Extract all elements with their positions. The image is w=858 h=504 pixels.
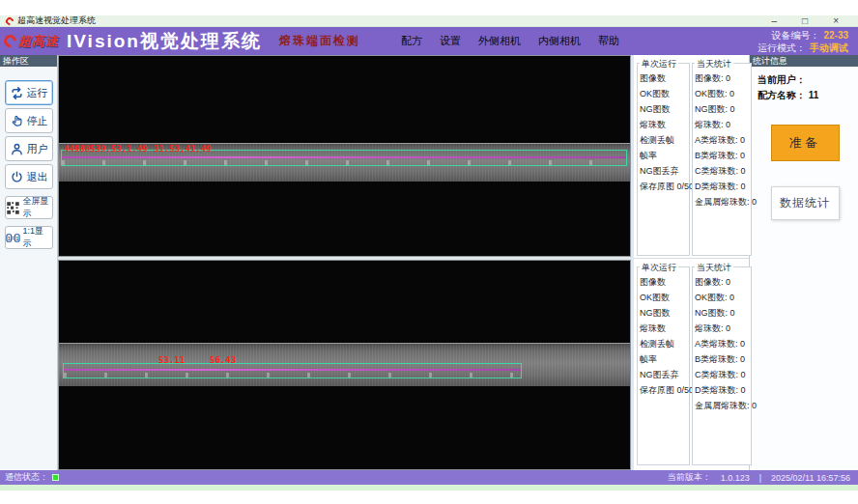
comm-status-label: 通信状态： [5, 471, 48, 484]
measurement-annotation: 53.11 [158, 356, 185, 365]
close-button[interactable]: × [833, 16, 839, 26]
stat-row: A类熔珠数: 0 [695, 132, 749, 148]
maximize-button[interactable]: □ [802, 16, 808, 26]
stat-row: OK图数 [640, 86, 687, 101]
version-label: 当前版本： [668, 471, 711, 484]
stat-row: 熔珠数: 0 [695, 117, 749, 132]
single-run-rows: 图像数OK图数NG图数熔珠数检测丢帧帧率NG图丢弃保存原图 0/500 [638, 267, 689, 400]
single-run-rows: 图像数OK图数NG图数熔珠数检测丢帧帧率NG图丢弃保存原图 0/500 [638, 64, 689, 196]
stat-row: D类熔珠数: 0 [695, 179, 749, 194]
one-to-one-button[interactable]: 1 1 1:1显示 [5, 226, 53, 249]
power-icon [10, 170, 24, 184]
stat-row: NG图数: 0 [695, 101, 749, 117]
daily-stats-rows: 图像数: 0OK图数: 0NG图数: 0熔珠数: 0A类熔珠数: 0B类熔珠数:… [693, 267, 751, 415]
stat-row: 金属屑熔珠数: 0 [695, 194, 749, 210]
main-content: 操作区 运行 停止 [0, 55, 858, 470]
version-value: 1.0.123 [721, 473, 750, 483]
menu-item[interactable]: 外侧相机 [478, 34, 521, 48]
stat-row: A类熔珠数: 0 [695, 336, 749, 351]
camera-viewports: 44988539.53,1.49 31.53,41.49 53.11 56.43 [58, 55, 631, 470]
recipe-value: 11 [809, 90, 819, 100]
stats-group-inner: 单次运行 图像数OK图数NG图数熔珠数检测丢帧帧率NG图丢弃保存原图 0/500… [634, 259, 749, 467]
operations-sidebar: 操作区 运行 停止 [0, 55, 58, 470]
stat-row: OK图数 [640, 290, 687, 305]
stat-row: 帧率 [640, 351, 687, 367]
stop-hand-icon [10, 114, 24, 128]
fullscreen-button[interactable]: 全屏显示 [5, 196, 53, 219]
user-button-label: 用户 [27, 142, 48, 156]
stat-row: OK图数: 0 [695, 86, 749, 101]
menu-item[interactable]: 设置 [440, 34, 461, 48]
run-loop-icon [10, 86, 24, 100]
fullscreen-button-label: 全屏显示 [23, 195, 52, 220]
brand-text: 超高速 [18, 33, 59, 50]
stat-row: 检测丢帧 [640, 132, 687, 148]
window-controls: – □ × [772, 16, 852, 26]
stat-row: 熔珠数: 0 [695, 321, 749, 336]
window-title: 超高速视觉处理系统 [17, 16, 96, 25]
exit-button[interactable]: 退出 [5, 164, 53, 189]
run-mode-label: 运行模式： [758, 42, 806, 54]
run-button[interactable]: 运行 [5, 80, 53, 105]
stop-button-label: 停止 [27, 114, 48, 128]
svg-text:1: 1 [7, 235, 10, 240]
fullscreen-grid-icon [6, 201, 20, 215]
stat-row: NG图数 [640, 101, 687, 117]
stat-row: NG图丢弃 [640, 163, 687, 179]
stat-row: 检测丢帧 [640, 336, 687, 351]
run-button-label: 运行 [27, 86, 48, 100]
stop-button[interactable]: 停止 [5, 108, 53, 133]
statistics-column: 单次运行 图像数OK图数NG图数熔珠数检测丢帧帧率NG图丢弃保存原图 0/500… [631, 55, 750, 470]
taskbar-strip [0, 485, 858, 490]
stat-row: 保存原图 0/500 [640, 179, 687, 194]
stat-row: OK图数: 0 [695, 290, 749, 305]
minimize-button[interactable]: – [772, 16, 778, 26]
data-statistics-button[interactable]: 数据统计 [771, 186, 840, 220]
status-separator: | [759, 473, 761, 483]
stats-group-outer: 单次运行 图像数OK图数NG图数熔珠数检测丢帧帧率NG图丢弃保存原图 0/500… [634, 55, 749, 259]
desktop-background [0, 0, 858, 15]
info-panel-title: 统计信息 [750, 55, 858, 67]
device-number-row: 设备编号： 22-33 [758, 29, 848, 42]
brand-logo: 超高速 [4, 33, 59, 50]
status-bar: 通信状态： 当前版本： 1.0.123 | 2025/02/11 16:57:5… [0, 470, 858, 485]
app-subtitle: 熔珠端面检测 [279, 33, 360, 49]
stat-row: 图像数 [640, 274, 687, 290]
stat-row: 金属屑熔珠数: 0 [695, 398, 749, 413]
measurement-annotation: 44988539.53,1.49 [64, 145, 148, 154]
current-user-label: 当前用户： [758, 74, 806, 85]
inner-camera-viewport[interactable]: 53.11 56.43 [58, 260, 631, 470]
svg-text:1: 1 [15, 235, 18, 240]
user-button[interactable]: 用户 [5, 136, 53, 161]
recipe-label: 配方名称： [758, 90, 806, 100]
menu-item[interactable]: 配方 [401, 34, 422, 48]
stat-row: C类熔珠数: 0 [695, 367, 749, 382]
seam-trace-line [62, 156, 626, 158]
window-titlebar: 超高速视觉处理系统 – □ × [0, 15, 858, 27]
user-icon [10, 142, 24, 156]
stat-row: NG图数 [640, 305, 687, 321]
datetime-value: 2025/02/11 16:57:56 [771, 473, 850, 483]
run-mode-row: 运行模式： 手动调试 [758, 42, 848, 54]
app-window: 超高速视觉处理系统 – □ × 超高速 IVision视觉处理系统 熔珠端面检测… [0, 0, 858, 504]
sidebar-title: 操作区 [0, 55, 57, 67]
menu-item[interactable]: 内侧相机 [538, 34, 581, 48]
app-title: IVision视觉处理系统 [67, 29, 262, 54]
daily-stats-title: 当天统计 [695, 58, 733, 70]
stat-row: 图像数: 0 [695, 274, 749, 290]
app-header: 超高速 IVision视觉处理系统 熔珠端面检测 配方设置外侧相机内侧相机帮助 … [0, 27, 858, 55]
one-to-one-button-label: 1:1显示 [23, 225, 52, 250]
menu-item[interactable]: 帮助 [598, 34, 619, 48]
single-run-title: 单次运行 [640, 262, 678, 274]
outer-camera-viewport[interactable]: 44988539.53,1.49 31.53,41.49 [58, 55, 631, 257]
comm-status-indicator [52, 474, 59, 481]
daily-stats: 当天统计 图像数: 0OK图数: 0NG图数: 0熔珠数: 0A类熔珠数: 0B… [692, 266, 752, 465]
daily-stats: 当天统计 图像数: 0OK图数: 0NG图数: 0熔珠数: 0A类熔珠数: 0B… [692, 63, 752, 256]
info-panel-body: 当前用户： 配方名称： 11 准备 数据统计 [750, 67, 858, 220]
status-bar-right: 当前版本： 1.0.123 | 2025/02/11 16:57:56 [668, 471, 850, 484]
run-mode-value: 手动调试 [810, 42, 848, 54]
menu-bar: 配方设置外侧相机内侧相机帮助 [401, 34, 619, 48]
stat-row: 保存原图 0/500 [640, 382, 687, 398]
prepare-button[interactable]: 准备 [771, 125, 840, 161]
single-run-title: 单次运行 [640, 58, 678, 70]
